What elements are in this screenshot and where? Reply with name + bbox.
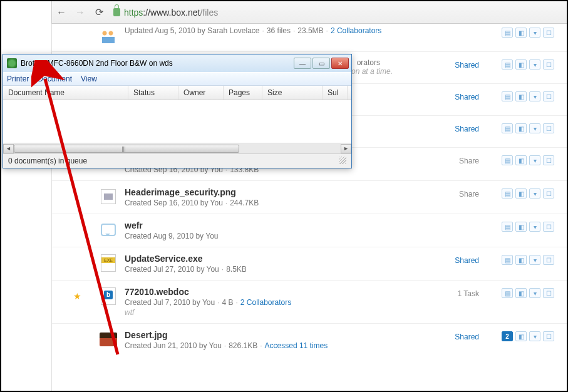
dropdown-icon[interactable]: ▾ [529,91,540,101]
tag-icon[interactable]: ◧ [515,91,527,101]
image-file-icon [96,187,121,206]
dropdown-icon[interactable]: ▾ [529,123,540,133]
tag-icon[interactable]: ◧ [515,331,527,341]
checkbox-icon[interactable]: ☐ [543,91,554,101]
checkbox-icon[interactable]: ☐ [543,331,554,341]
tag-icon[interactable]: ◧ [515,255,527,265]
scroll-right-arrow[interactable]: ► [341,144,351,153]
window-title: Brother MFC-8660DN 2nd Floor B&W on wds [21,59,294,68]
window-titlebar[interactable]: Brother MFC-8660DN 2nd Floor B&W on wds … [3,54,351,72]
address-bar[interactable]: https://www.box.net/files [113,8,218,18]
comment-icon[interactable]: ▤ [502,255,513,265]
meta-size: 244.7KB [230,199,259,207]
printer-queue-window[interactable]: Brother MFC-8660DN 2nd Floor B&W on wds … [3,54,352,168]
share-link[interactable]: Share [430,154,479,165]
checkbox-icon[interactable]: ☐ [543,59,554,70]
file-row[interactable]: Headerimage_security.png Created Sep 16,… [52,180,567,214]
menu-view[interactable]: View [81,75,97,83]
exe-file-icon [96,254,121,272]
col-owner[interactable]: Owner [178,86,224,100]
dropdown-icon[interactable]: ▾ [529,255,540,265]
scroll-thumb[interactable] [14,145,239,153]
task-count[interactable]: 1 Task [430,287,479,298]
minimize-button[interactable]: — [294,58,311,69]
tag-icon[interactable]: ◧ [515,28,527,38]
share-status[interactable]: Shared [430,254,479,265]
favorite-star-icon[interactable]: ★ [58,287,96,306]
tag-icon[interactable]: ◧ [515,123,527,133]
access-count-link[interactable]: Accessed 11 times [265,341,328,350]
meta-by: by You [197,341,221,350]
col-status[interactable]: Status [128,86,178,100]
dropdown-icon[interactable]: ▾ [529,222,540,232]
file-row[interactable]: Desert.jpg Created Jun 21, 2010 by You·8… [52,323,567,356]
dropdown-icon[interactable]: ▾ [529,59,540,70]
col-submitted[interactable]: Sul [323,86,348,100]
meta-date: Jul 7, 2010 [153,298,190,307]
scroll-track[interactable] [14,144,341,153]
folder-people-icon [96,26,121,45]
share-status[interactable]: Shared [430,90,479,101]
dropdown-icon[interactable]: ▾ [529,331,540,341]
share-status[interactable]: Shared [430,58,479,70]
file-title[interactable]: Headerimage_security.png [125,187,430,197]
scroll-left-arrow[interactable]: ◄ [3,144,14,153]
menu-printer[interactable]: Printer [7,75,29,83]
tag-icon[interactable]: ◧ [515,288,527,298]
comment-icon[interactable]: ▤ [502,288,513,298]
close-button[interactable]: ✕ [331,58,349,69]
col-pages[interactable]: Pages [224,86,262,100]
checkbox-icon[interactable]: ☐ [543,255,554,265]
reload-button[interactable]: ⟳ [91,5,107,20]
file-title[interactable]: wefr [125,220,430,230]
comment-icon[interactable]: ▤ [502,155,513,165]
share-status[interactable]: Shared [430,330,479,341]
meta-prefix: Created [125,199,153,207]
queue-count: 0 document(s) in queue [8,157,87,165]
comment-count-badge[interactable]: 2 [502,331,513,341]
dropdown-icon[interactable]: ▾ [529,155,540,165]
checkbox-icon[interactable]: ☐ [543,28,554,38]
checkbox-icon[interactable]: ☐ [543,222,554,232]
file-row[interactable]: wefr Created Aug 9, 2010 by You ▤◧▾☐ [52,214,567,247]
checkbox-icon[interactable]: ☐ [543,188,554,199]
dropdown-icon[interactable]: ▾ [529,288,540,298]
forward-button[interactable]: → [72,5,88,20]
comment-icon[interactable]: ▤ [502,91,513,101]
resize-grip[interactable] [339,157,346,164]
col-size[interactable]: Size [262,86,323,100]
dropdown-icon[interactable]: ▾ [529,188,540,199]
collaborators-link[interactable]: 2 Collaborators [331,26,381,35]
comment-icon[interactable]: ▤ [502,28,513,38]
dropdown-icon[interactable]: ▾ [529,28,540,38]
tag-icon[interactable]: ◧ [515,188,527,199]
comment-icon[interactable]: ▤ [502,59,513,70]
share-link[interactable]: Share [430,187,479,199]
file-row[interactable]: Updated Aug 5, 2010 by Sarah Lovelace·36… [52,24,567,51]
file-title[interactable]: 772010.webdoc [125,287,430,297]
menu-document[interactable]: Document [38,75,72,83]
column-headers: Document Name Status Owner Pages Size Su… [3,86,351,100]
collaborators-link[interactable]: 2 Collaborators [240,298,291,307]
file-row[interactable]: ★ 772010.webdoc Created Jul 7, 2010 by Y… [52,280,567,323]
file-row[interactable]: UpdateService.exe Created Jul 27, 2010 b… [52,247,567,280]
checkbox-icon[interactable]: ☐ [543,155,554,165]
col-document-name[interactable]: Document Name [3,86,128,100]
tag-icon[interactable]: ◧ [515,155,527,165]
comment-icon[interactable]: ▤ [502,123,513,133]
queue-list[interactable] [3,100,351,143]
back-button[interactable]: ← [53,5,70,20]
comment-icon[interactable]: ▤ [502,188,513,199]
comment-icon[interactable]: ▤ [502,222,513,232]
meta-size: 8.5KB [226,265,247,274]
checkbox-icon[interactable]: ☐ [543,123,554,133]
horizontal-scrollbar[interactable]: ◄ ► [3,143,351,153]
file-title[interactable]: UpdateService.exe [125,254,430,264]
tag-icon[interactable]: ◧ [515,59,527,70]
lock-icon [113,8,120,16]
checkbox-icon[interactable]: ☐ [543,288,554,298]
share-status[interactable]: Shared [430,122,479,133]
file-title[interactable]: Desert.jpg [125,330,430,340]
maximize-button[interactable]: ▭ [312,58,330,69]
tag-icon[interactable]: ◧ [515,222,527,232]
